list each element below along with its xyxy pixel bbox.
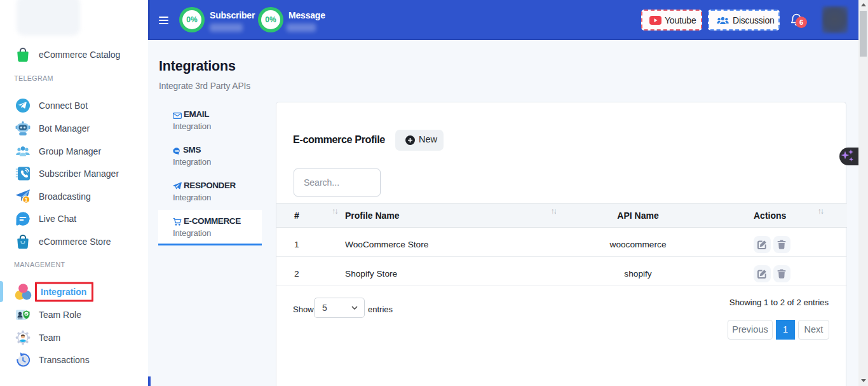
- svg-text:1: 1: [25, 196, 28, 203]
- svg-text:SMS: SMS: [175, 150, 180, 153]
